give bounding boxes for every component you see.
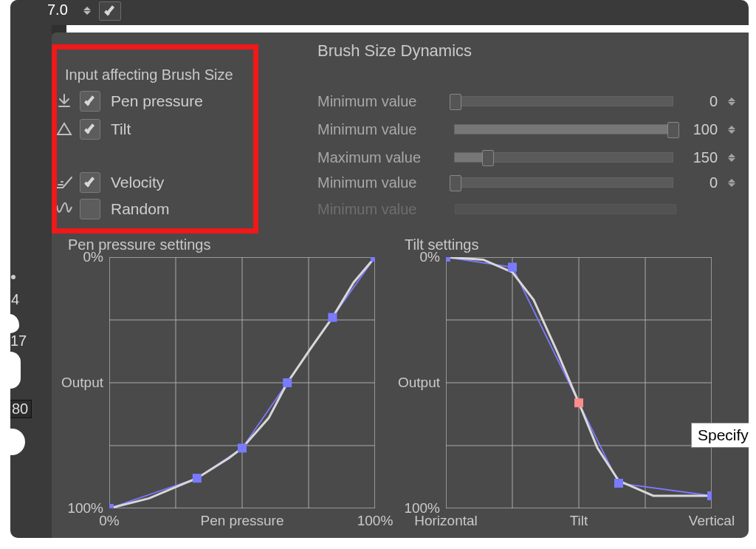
tilt-icon [55,120,74,139]
panel-title: Brush Size Dynamics [317,41,472,61]
chart-y-tick: 0% [83,249,103,265]
bg-brush-preview [10,352,21,389]
chart-y-tick: Output [398,375,440,391]
slider-row-pen-pressure-min: Minimum value 0 [317,90,738,112]
svg-rect-11 [193,474,202,482]
tilt-chart-title: Tilt settings [405,236,478,253]
chart-y-tick: 0% [420,249,440,265]
slider-value: 0 [684,93,718,110]
slider-label: Maximum value [317,149,444,166]
input-row-random: Random [55,198,169,220]
svg-rect-14 [328,313,337,322]
chart-x-tick: Tilt [570,513,588,529]
chart-y-tick: Output [61,375,103,391]
chart-x-tick: 100% [357,513,394,529]
slider[interactable] [454,124,674,134]
slider-row-tilt-min: Minimum value 100 [317,118,738,140]
pen-pressure-curve-editor[interactable]: 0%Output100%0%Pen pressure100% [109,257,375,508]
random-icon [55,200,74,219]
chart-x-tick: Pen pressure [200,513,284,529]
svg-rect-30 [707,491,712,500]
pressure-icon [55,92,74,111]
velocity-label: Velocity [111,174,164,191]
slider-value: 0 [684,174,718,191]
random-label: Random [111,200,169,218]
bg-number: 4 [11,291,19,308]
value-spinner[interactable] [728,126,738,134]
input-row-pen-pressure: Pen pressure [55,90,203,112]
slider[interactable] [454,152,674,163]
svg-rect-10 [109,504,114,508]
chart-x-tick: Vertical [689,513,735,529]
velocity-checkbox[interactable] [80,172,100,193]
pen-pressure-label: Pen pressure [111,92,203,110]
svg-rect-15 [371,257,375,262]
brush-dynamics-panel: Brush Size Dynamics Input affecting Brus… [52,33,749,538]
slider [455,204,676,214]
slider[interactable] [454,177,674,188]
tooltip: Specify ou [691,423,749,448]
chart-x-tick: Horizontal [414,513,478,529]
svg-rect-12 [238,443,247,452]
chart-x-tick: 0% [99,513,119,529]
slider-row-tilt-max: Maximum value 150 [317,146,738,168]
tilt-curve-editor[interactable]: 0%Output100%HorizontalTiltVertical [446,257,712,508]
tilt-label: Tilt [111,120,131,138]
input-section-title: Input affecting Brush Size [65,67,233,83]
confirm-button[interactable] [99,1,121,21]
slider-row-random-min: Minimum value [317,198,738,220]
tilt-checkbox[interactable] [80,119,100,140]
bg-number: 80 [10,400,32,418]
slider-label: Minimum value [317,93,444,110]
slider[interactable] [454,96,674,106]
value-spinner[interactable] [728,98,738,106]
random-checkbox[interactable] [80,199,100,219]
input-row-velocity: Velocity [55,171,164,194]
svg-rect-28 [574,398,583,407]
chart-y-tick: 100% [67,500,103,516]
velocity-icon [55,173,74,192]
slider-label: Minimum value [317,121,444,138]
slider-label: Minimum value [317,201,444,218]
slider-value: 100 [684,121,718,138]
bg-dot [11,275,16,279]
brush-size-value: 7.0 [47,1,68,18]
svg-rect-26 [446,257,450,262]
svg-rect-13 [283,378,292,387]
pen-pressure-checkbox[interactable] [80,91,100,112]
slider-label: Minimum value [317,174,444,191]
top-bar: 7.0 [10,0,749,25]
svg-rect-27 [508,263,517,272]
brush-size-spinner[interactable] [81,0,93,21]
slider-value: 150 [684,149,718,166]
value-spinner[interactable] [728,179,738,187]
value-spinner[interactable] [728,154,738,162]
slider-row-velocity-min: Minimum value 0 [317,171,738,194]
svg-rect-29 [614,479,623,488]
input-row-tilt: Tilt [55,118,131,140]
bg-number: 17 [10,333,27,349]
